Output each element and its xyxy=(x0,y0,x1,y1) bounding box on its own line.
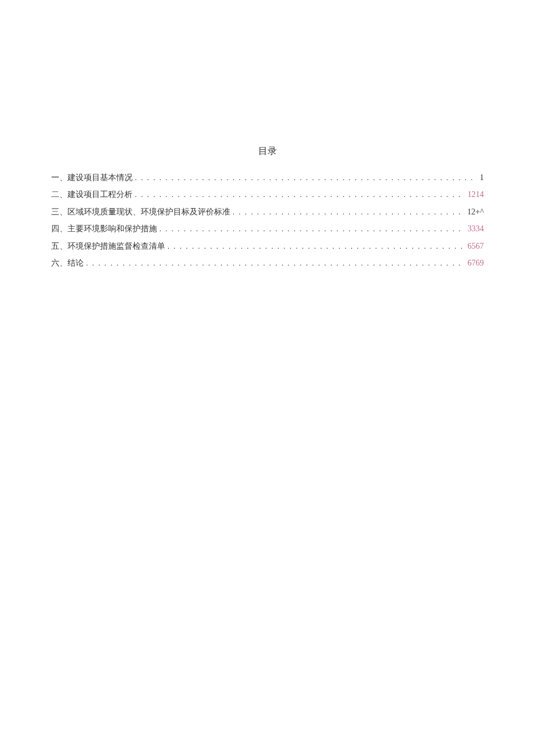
toc-item-page: 3334 xyxy=(468,223,484,235)
toc-item-label: 五、环境保护措施监督检查清单 xyxy=(51,240,165,253)
toc-dots xyxy=(167,241,465,253)
toc-title: 目录 xyxy=(51,145,484,157)
toc-item-page: 6567 xyxy=(468,240,484,253)
toc-dots xyxy=(135,172,477,184)
toc-item: 五、环境保护措施监督检查清单 6567 xyxy=(51,240,484,253)
toc-item-label: 二、建设项目工程分析 xyxy=(51,188,133,201)
toc-dots xyxy=(135,189,465,201)
document-page: 目录 一、建设项目基本情况 1 二、建设项目工程分析 1214 三、区域环境质量… xyxy=(0,0,535,756)
toc-item-label: 一、建设项目基本情况 xyxy=(51,171,133,184)
toc-item: 二、建设项目工程分析 1214 xyxy=(51,188,484,201)
toc-dots xyxy=(233,206,465,218)
toc-item-page: 6769 xyxy=(468,257,484,270)
toc-dots xyxy=(86,257,465,270)
toc-list: 一、建设项目基本情况 1 二、建设项目工程分析 1214 三、区域环境质量现状、… xyxy=(51,171,484,270)
toc-item: 一、建设项目基本情况 1 xyxy=(51,171,484,184)
toc-item: 三、区域环境质量现状、环境保护目标及评价标准 12+^ xyxy=(51,206,484,218)
toc-item: 四、主要环境影响和保护措施 3334 xyxy=(51,223,484,235)
toc-item-page: 1214 xyxy=(468,188,484,201)
toc-item: 六、结论 6769 xyxy=(51,257,484,270)
toc-item-page: 12+^ xyxy=(468,206,484,218)
toc-item-label: 三、区域环境质量现状、环境保护目标及评价标准 xyxy=(51,206,230,218)
toc-item-label: 六、结论 xyxy=(51,257,84,270)
toc-item-page: 1 xyxy=(480,171,484,184)
toc-dots xyxy=(159,223,465,235)
toc-item-label: 四、主要环境影响和保护措施 xyxy=(51,223,157,235)
